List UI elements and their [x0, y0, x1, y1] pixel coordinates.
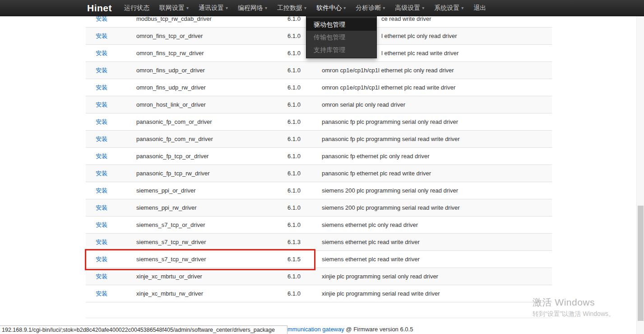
driver-version-cell: 6.1.0 — [287, 118, 322, 125]
install-link[interactable]: 安装 — [96, 239, 107, 245]
install-link[interactable]: 安装 — [96, 256, 107, 263]
driver-name-cell: panasonic_fp_com_rw_driver — [136, 136, 287, 142]
driver-version-cell: 6.1.0 — [287, 204, 322, 211]
install-link[interactable]: 安装 — [96, 101, 107, 108]
table-row: 安装 siemens_ppi_or_driver 6.1.0 siemens 2… — [86, 182, 552, 199]
install-link[interactable]: 安装 — [96, 170, 107, 177]
driver-description-cell: panasonic fp plc programming serial only… — [322, 118, 552, 125]
software-center-dropdown: 驱动包管理 传输包管理 支持库管理 — [306, 16, 377, 58]
chevron-down-icon: ▾ — [422, 5, 424, 10]
install-link[interactable]: 安装 — [96, 153, 107, 160]
driver-description-cell: siemens 200 plc programming serial read … — [322, 204, 552, 211]
install-cell: 安装 — [86, 169, 136, 178]
dropdown-menu-item[interactable]: 支持库管理 — [306, 43, 376, 56]
table-row: 安装 siemens_s7_tcp_rw_driver 6.1.5 siemen… — [86, 251, 552, 268]
page: Hinet 运行状态 联网设置 ▾ 通讯设置 ▾ 编程网 — [0, 0, 644, 334]
nav-menu-item-label: 分析诊断 — [356, 4, 381, 12]
install-link[interactable]: 安装 — [96, 50, 107, 56]
install-link[interactable]: 安装 — [96, 221, 107, 228]
nav-menu-item[interactable]: 通讯设置 ▾ — [194, 0, 233, 16]
driver-name-cell: omron_fins_tcp_rw_driver — [136, 50, 287, 56]
driver-version-cell: 6.1.0 — [287, 273, 322, 280]
install-cell: 安装 — [86, 135, 136, 143]
nav-menu-item[interactable]: 编程网络 ▾ — [233, 0, 272, 16]
driver-description-cell: omron cp1e/cp1h/cp1l ethernet plc read w… — [322, 84, 552, 91]
driver-version-cell: 6.1.0 — [287, 153, 322, 160]
chevron-down-icon: ▾ — [383, 5, 385, 10]
chevron-down-icon: ▾ — [186, 5, 189, 10]
table-row: 安装 omron_fins_udp_or_driver 6.1.0 omron … — [86, 62, 552, 79]
nav-menu-item[interactable]: 分析诊断 ▾ — [351, 0, 390, 16]
table-row: 安装 siemens_s7_tcp_or_driver 6.1.0 siemen… — [86, 216, 552, 234]
driver-version-cell: 6.1.0 — [287, 67, 322, 74]
footer-gateway-link[interactable]: mmunication gateway — [287, 326, 344, 333]
driver-version-cell: 6.1.3 — [287, 239, 322, 245]
driver-description-cell: siemens ethernet plc only read driver — [322, 221, 552, 228]
install-link[interactable]: 安装 — [96, 187, 107, 194]
driver-name-cell: panasonic_fp_tcp_rw_driver — [136, 170, 287, 177]
install-link[interactable]: 安装 — [96, 84, 107, 91]
driver-description-cell: panasonic fp ethernet plc only read driv… — [322, 153, 552, 160]
nav-menu-item[interactable]: 软件中心 ▾ — [311, 0, 351, 16]
install-cell: 安装 — [86, 84, 136, 92]
install-cell: 安装 — [86, 187, 136, 195]
install-link[interactable]: 安装 — [96, 33, 107, 39]
chevron-down-icon: ▾ — [461, 5, 463, 10]
install-link[interactable]: 安装 — [96, 67, 107, 74]
install-cell: 安装 — [86, 66, 136, 75]
nav-menu-item[interactable]: 高级设置 ▾ — [390, 0, 429, 16]
driver-name-cell: siemens_s7_tcp_rw_driver — [136, 239, 287, 245]
table-row: 安装 panasonic_fp_com_rw_driver 6.1.0 pana… — [86, 131, 552, 148]
install-cell: 安装 — [86, 255, 136, 263]
driver-name-cell: xinje_xc_mbrtu_rw_driver — [136, 290, 287, 297]
install-cell: 安装 — [86, 49, 136, 57]
chevron-down-icon: ▾ — [304, 5, 306, 10]
dropdown-menu-item[interactable]: 驱动包管理 — [306, 18, 376, 31]
driver-description-cell: xinjie plc programming serial only read … — [322, 273, 552, 280]
scrollbar-thumb[interactable] — [638, 206, 644, 321]
driver-name-cell: omron_fins_udp_or_driver — [136, 67, 287, 74]
driver-name-cell: panasonic_fp_com_or_driver — [136, 118, 287, 125]
driver-description-cell: siemens ethernet plc read write driver — [322, 256, 552, 263]
driver-name-cell: siemens_s7_tcp_rw_driver — [136, 256, 287, 263]
install-link[interactable]: 安装 — [96, 118, 107, 125]
install-link[interactable]: 安装 — [96, 136, 107, 142]
brand-logo[interactable]: Hinet — [87, 3, 112, 14]
vertical-scrollbar[interactable] — [636, 16, 644, 334]
chevron-down-icon: ▾ — [226, 5, 228, 10]
driver-name-cell: xinje_xc_mbrtu_or_driver — [136, 273, 287, 280]
table-row: 安装 xinje_xc_mbrtu_rw_driver 6.1.0 xinjie… — [86, 285, 552, 302]
driver-name-cell: panasonic_fp_tcp_or_driver — [136, 153, 287, 160]
driver-name-cell: omron_fins_udp_rw_driver — [136, 84, 287, 91]
install-link[interactable]: 安装 — [96, 204, 107, 211]
install-link[interactable]: 安装 — [96, 290, 107, 297]
nav-menu-item-label: 系统设置 — [434, 4, 459, 12]
nav-menu-item-label: 通讯设置 — [199, 4, 224, 12]
install-link[interactable]: 安装 — [96, 273, 107, 280]
install-cell: 安装 — [86, 101, 136, 109]
driver-description-cell: panasonic fp ethernet plc read write dri… — [322, 170, 552, 177]
chevron-down-icon: ▾ — [343, 5, 346, 10]
nav-menu-item[interactable]: 系统设置 ▾ — [429, 0, 468, 16]
table-row: 安装 siemens_ppi_rw_driver 6.1.0 siemens 2… — [86, 199, 552, 216]
nav-menu-item[interactable]: 工控数据 ▾ — [272, 0, 311, 16]
nav-menu-item[interactable]: 联网设置 ▾ — [154, 0, 194, 16]
driver-name-cell: siemens_s7_tcp_or_driver — [136, 221, 287, 228]
driver-name-cell: modbus_tcp_rw_cdab_driver — [136, 15, 287, 22]
table-row: 安装 panasonic_fp_tcp_or_driver 6.1.0 pana… — [86, 148, 552, 165]
nav-menu-item[interactable]: 退出 — [468, 0, 491, 16]
watermark-subtitle: 转到“设置”以激活 Windows。 — [533, 310, 615, 318]
table-row: 安装 omron_fins_udp_rw_driver 6.1.0 omron … — [86, 79, 552, 96]
nav-menu: 运行状态 联网设置 ▾ 通讯设置 ▾ 编程网络 ▾ — [119, 0, 491, 16]
nav-menu-item[interactable]: 运行状态 — [119, 0, 154, 16]
install-cell: 安装 — [86, 118, 136, 126]
install-cell: 安装 — [86, 273, 136, 281]
dropdown-menu-item[interactable]: 传输包管理 — [306, 31, 376, 43]
driver-name-cell: omron_fins_tcp_or_driver — [136, 33, 287, 39]
nav-menu-item-label: 高级设置 — [395, 4, 420, 12]
nav-menu-item-label: 编程网络 — [238, 4, 263, 12]
table-row: 安装 panasonic_fp_tcp_rw_driver 6.1.0 pana… — [86, 165, 552, 182]
driver-version-cell: 6.1.0 — [287, 101, 322, 108]
driver-description-cell: siemens ethernet plc read write driver — [322, 239, 552, 245]
table-row: 安装 omron_host_link_or_driver 6.1.0 omron… — [86, 96, 552, 113]
